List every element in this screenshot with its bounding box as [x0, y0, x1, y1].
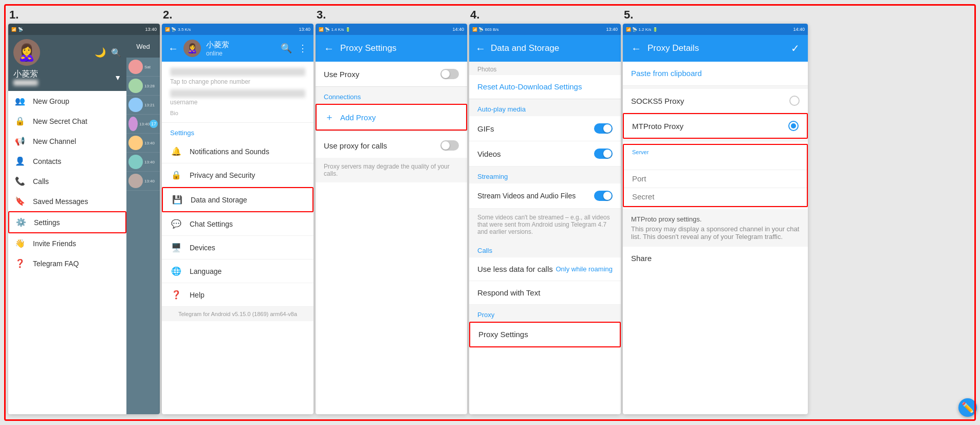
profile-avatar: 🙎‍♀️: [183, 40, 201, 57]
saved-icon: 🔖: [14, 196, 26, 206]
stream-toggle[interactable]: [594, 191, 613, 201]
settings-language[interactable]: 🌐 Language: [162, 260, 313, 283]
port-input[interactable]: [632, 174, 799, 183]
menu-item-faq[interactable]: ❓ Telegram FAQ: [8, 253, 126, 273]
settings-devices[interactable]: 🖥️ Devices: [162, 236, 313, 260]
menu-item-new-channel[interactable]: 📢 New Channel: [8, 131, 126, 151]
reset-link-text: Reset Auto-Download Settings: [477, 82, 582, 91]
use-proxy-calls-toggle[interactable]: [440, 140, 459, 151]
socks5-label: SOCKS5 Proxy: [631, 97, 684, 105]
proxy-type-section: SOCKS5 Proxy MTProto Proxy: [623, 86, 808, 142]
calls-icon: 📞: [14, 176, 26, 186]
socks5-radio[interactable]: [789, 96, 800, 106]
step-3-number: 3.: [316, 8, 467, 22]
chat-list-item-5[interactable]: 13:40: [126, 134, 160, 153]
status-bar-2: 📶 📡 3.5 K/s 13:40: [162, 24, 313, 35]
chat-avatar-6: [128, 155, 143, 169]
reset-auto-download[interactable]: Reset Auto-Download Settings: [469, 75, 621, 99]
mtproto-proxy-row[interactable]: MTProto Proxy: [623, 113, 808, 139]
settings-data-storage[interactable]: 💾 Data and Storage: [162, 187, 313, 212]
server-input[interactable]: [632, 156, 799, 165]
chat-list-item-1[interactable]: Sat: [126, 58, 160, 77]
header-name: 小菱萦: [206, 40, 275, 50]
confirm-icon[interactable]: ✓: [791, 42, 800, 54]
settings-notifications[interactable]: 🔔 Notifications and Sounds: [162, 140, 313, 163]
contacts-icon: 👤: [14, 156, 26, 166]
devices-icon: 🖥️: [170, 243, 182, 252]
chat-side-header: Wed: [126, 35, 160, 58]
username-sub: username: [170, 99, 305, 106]
dropdown-arrow-icon[interactable]: ▼: [114, 73, 121, 82]
menu-item-invite[interactable]: 👋 Invite Friends: [8, 233, 126, 253]
videos-row: Videos: [469, 141, 621, 167]
videos-toggle[interactable]: [594, 149, 613, 159]
menu-item-settings[interactable]: ⚙️ Settings: [8, 211, 126, 233]
settings-chat[interactable]: 💬 Chat Settings: [162, 212, 313, 236]
moon-icon[interactable]: 🌙: [95, 47, 106, 58]
screen-3: 📶 📡 1.4 K/s 🔋 14:40 ← Proxy Settings Use…: [316, 24, 467, 414]
screen-2: 📶 📡 3.5 K/s 13:40 ← 🙎‍♀️ 小菱萦 online 🔍 ⋮: [162, 24, 313, 414]
header-title-block: 小菱萦 online: [206, 40, 275, 57]
chat-list-item-6[interactable]: 13:40: [126, 153, 160, 172]
footer-version: Telegram for Android v5.15.0 (1869) arm6…: [162, 307, 313, 321]
secret-input[interactable]: [632, 192, 799, 201]
profile-info: •••••••••••• Tap to change phone number …: [162, 62, 313, 123]
chat-avatar-5: [128, 136, 143, 150]
mtproto-radio[interactable]: [788, 121, 799, 131]
help-icon: ❓: [170, 290, 182, 300]
back-button[interactable]: ←: [168, 43, 178, 54]
menu-item-secret-chat[interactable]: 🔒 New Secret Chat: [8, 111, 126, 131]
respond-row: Respond with Text: [469, 281, 621, 305]
menu-item-saved[interactable]: 🔖 Saved Messages: [8, 191, 126, 211]
back-button-4[interactable]: ←: [475, 43, 486, 54]
mtproto-note: MTProto proxy settings. This proxy may d…: [623, 209, 808, 247]
proxy-settings-title: Proxy Settings: [340, 43, 459, 53]
privacy-icon: 🔒: [170, 170, 182, 180]
screen3-header: ← Proxy Settings: [316, 35, 467, 62]
step-5-number: 5.: [623, 8, 808, 22]
use-less-data-row: Use less data for calls Only while roami…: [469, 257, 621, 281]
chat-list-item-3[interactable]: 13:21: [126, 96, 160, 115]
language-icon: 🌐: [170, 266, 182, 276]
chat-list-item-7[interactable]: 13:40: [126, 172, 160, 191]
settings-icon: ⚙️: [15, 217, 27, 227]
share-button-text: Share: [631, 254, 652, 263]
menu-item-contacts[interactable]: 👤 Contacts: [8, 151, 126, 171]
settings-privacy[interactable]: 🔒 Privacy and Security: [162, 163, 313, 187]
share-button[interactable]: Share: [623, 247, 808, 270]
settings-help[interactable]: ❓ Help: [162, 283, 313, 307]
menu-item-new-group[interactable]: 👥 New Group: [8, 91, 126, 111]
screen4-header: ← Data and Storage: [469, 35, 621, 62]
photos-section-label: Photos: [469, 62, 621, 75]
back-button-5[interactable]: ←: [631, 43, 641, 54]
time-3: 14:40: [452, 27, 464, 32]
data-icon: 💾: [171, 195, 183, 205]
mtproto-label: MTProto Proxy: [632, 122, 683, 131]
socks5-proxy-row[interactable]: SOCKS5 Proxy: [623, 89, 808, 113]
search-icon[interactable]: 🔍: [111, 48, 121, 58]
mtproto-note-body: This proxy may display a sponsored chann…: [631, 225, 800, 241]
screen1-avatar-row: 🙎‍♀️ 🌙 🔍: [13, 39, 121, 66]
search-icon-2[interactable]: 🔍: [281, 43, 292, 54]
chat-avatar-7: [128, 174, 143, 188]
proxy-settings-link[interactable]: Proxy Settings: [469, 322, 621, 347]
more-icon[interactable]: ⋮: [298, 43, 307, 54]
status-bar-1: 📶📡 13:40: [8, 24, 160, 35]
gifs-toggle[interactable]: [594, 123, 613, 134]
step-1-number: 1.: [8, 8, 160, 22]
time-4: 13:40: [606, 27, 618, 32]
chat-avatar-3: [128, 98, 143, 112]
add-proxy-button[interactable]: ＋ Add Proxy: [316, 104, 467, 131]
status-bar-3: 📶 📡 1.4 K/s 🔋 14:40: [316, 24, 467, 35]
screen1-header: 🙎‍♀️ 🌙 🔍 小菱萦 ••••••••••: [8, 35, 126, 91]
proxy-form: Server: [623, 144, 808, 207]
paste-from-clipboard[interactable]: Paste from clipboard: [623, 62, 808, 86]
screen-1: 📶📡 13:40 🙎‍♀️ 🌙 🔍: [8, 24, 160, 414]
back-button-3[interactable]: ←: [324, 43, 334, 54]
gifs-row: GIFs: [469, 116, 621, 141]
use-proxy-toggle[interactable]: [440, 69, 459, 79]
use-less-data-label: Use less data for calls: [477, 265, 553, 273]
chat-list-item-2[interactable]: 13:28: [126, 77, 160, 96]
chat-list-item-4[interactable]: 13:40 17: [126, 115, 160, 134]
menu-item-calls[interactable]: 📞 Calls: [8, 171, 126, 191]
